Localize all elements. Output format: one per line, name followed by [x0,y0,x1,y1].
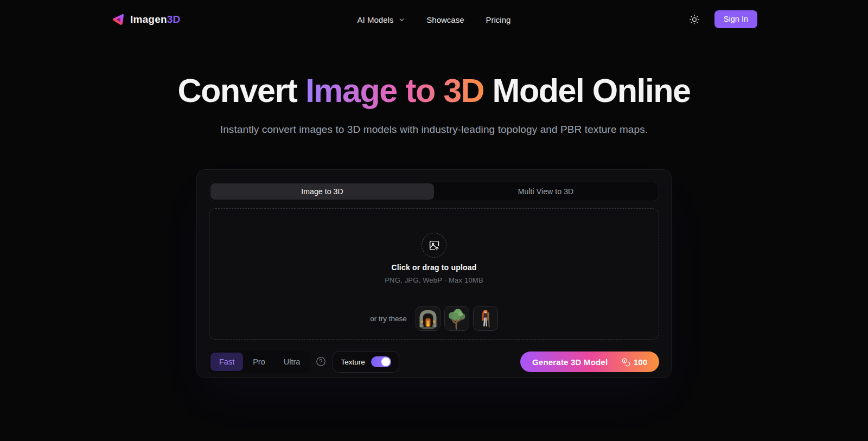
coins-icon [621,357,630,367]
sample-images-row: or try these [370,306,498,331]
upload-hint: PNG, JPG, WebP · Max 10MB [385,276,483,284]
credits-badge: 100 [621,357,647,367]
try-these-label: or try these [370,315,407,323]
texture-toggle-switch[interactable] [371,356,391,367]
theme-toggle-button[interactable] [687,12,701,27]
nav-item-showcase[interactable]: Showcase [426,15,464,24]
tab-image-to-3d[interactable]: Image to 3D [210,183,434,200]
tree-image [445,306,469,330]
tab-multi-view-to-3d[interactable]: Multi View to 3D [434,183,658,200]
quality-option-ultra[interactable]: Ultra [275,353,309,371]
toggle-knob [381,357,390,366]
hero-subtitle: Instantly convert images to 3D models wi… [0,124,868,136]
title-gradient-span: Image to 3D [305,72,484,109]
upload-title: Click or drag to upload [391,263,476,272]
nav-item-pricing[interactable]: Pricing [486,15,511,24]
sign-in-button[interactable]: Sign In [714,10,757,28]
quality-option-pro[interactable]: Pro [244,353,274,371]
image-upload-icon [429,240,440,251]
upload-dropzone[interactable]: Click or drag to upload PNG, JPG, WebP ·… [209,208,659,340]
chevron-down-icon [398,17,405,23]
sample-tree[interactable] [444,306,469,331]
nav-right-cluster: Sign In [687,10,757,28]
upload-icon-circle [422,233,446,258]
brand-logo-icon [111,12,125,27]
page-title: Convert Image to 3D Model Online [0,72,868,109]
nav-links: AI Models Showcase Pricing [358,15,511,24]
generate-label: Generate 3D Model [532,357,608,367]
help-button[interactable] [315,356,327,368]
converter-card: Image to 3D Multi View to 3D Click or dr… [196,169,672,378]
navbar: Imagen3D AI Models Showcase Pricing Sign [0,0,868,39]
credits-count: 100 [634,357,647,367]
texture-label: Texture [341,358,365,366]
brand-name: Imagen3D [130,14,180,25]
main-content: Convert Image to 3D Model Online Instant… [0,72,868,378]
brand-logo[interactable]: Imagen3D [111,12,180,27]
texture-control: Texture [333,351,399,373]
generate-button[interactable]: Generate 3D Model 100 [520,351,659,372]
warrior-character-image [474,306,497,330]
controls-row: Fast Pro Ultra Texture Generate [209,351,659,373]
nav-item-ai-models[interactable]: AI Models [358,15,405,24]
quality-segmented-control: Fast Pro Ultra [209,351,310,373]
sun-icon [688,14,700,25]
quality-option-fast[interactable]: Fast [210,353,243,371]
page: Imagen3D AI Models Showcase Pricing Sign [0,0,868,378]
sample-dungeon-arch[interactable] [416,306,441,331]
mode-tabs: Image to 3D Multi View to 3D [209,182,659,201]
sample-warrior-character[interactable] [473,306,498,331]
dungeon-arch-image [416,306,440,330]
question-circle-icon [315,356,327,367]
nav-item-label: AI Models [358,15,394,24]
